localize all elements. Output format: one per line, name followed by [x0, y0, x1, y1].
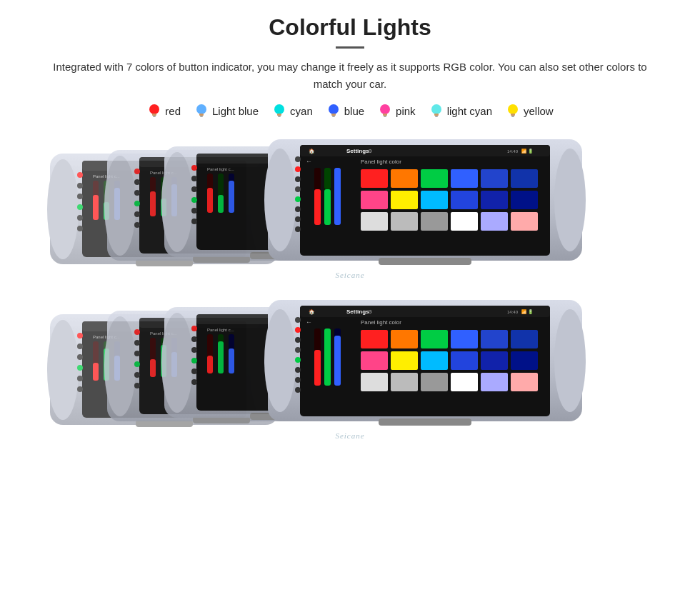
svg-rect-4 [199, 114, 204, 116]
color-item-pink: pink [377, 103, 416, 119]
svg-point-182 [264, 309, 296, 412]
svg-point-97 [295, 156, 301, 162]
svg-point-125 [47, 320, 79, 420]
svg-text:📶 🔋: 📶 🔋 [521, 149, 534, 154]
svg-text:Panel light c...: Panel light c... [207, 167, 234, 171]
svg-point-53 [134, 179, 140, 185]
svg-rect-115 [481, 191, 508, 209]
svg-point-158 [134, 361, 140, 367]
svg-rect-212 [511, 330, 538, 348]
cars-section: Seicane [21, 130, 679, 444]
svg-point-183 [554, 309, 586, 412]
svg-text:Settings: Settings [346, 308, 369, 315]
svg-rect-116 [511, 191, 538, 209]
svg-rect-47 [150, 191, 156, 216]
svg-rect-117 [361, 212, 388, 231]
svg-point-74 [191, 197, 197, 203]
svg-point-136 [77, 333, 83, 338]
svg-rect-196 [324, 328, 331, 386]
page-description: Integrated with 7 colors of button indic… [43, 59, 657, 93]
svg-point-201 [295, 337, 301, 343]
svg-rect-220 [391, 373, 418, 391]
svg-rect-114 [451, 191, 478, 209]
svg-rect-219 [361, 373, 388, 391]
svg-point-56 [134, 211, 140, 217]
svg-point-3 [196, 104, 206, 114]
svg-text:14:40: 14:40 [507, 149, 519, 154]
car-row-bottom: Seicane [21, 291, 679, 444]
svg-rect-123 [379, 258, 471, 265]
page-title: Colorful Lights [269, 14, 431, 41]
svg-point-0 [149, 104, 159, 114]
lightcyan-bulb-icon [429, 103, 444, 119]
svg-rect-131 [93, 363, 99, 381]
color-item-lightcyan: light cyan [429, 103, 492, 119]
svg-rect-150 [150, 359, 156, 377]
car-row-top: Seicane [21, 130, 679, 284]
svg-point-9 [329, 104, 339, 114]
svg-point-104 [295, 226, 301, 232]
color-label-yellow: yellow [524, 105, 554, 117]
svg-point-174 [191, 326, 197, 331]
svg-point-52 [134, 169, 140, 174]
svg-point-35 [77, 194, 83, 199]
svg-point-102 [295, 206, 301, 212]
svg-point-178 [191, 368, 197, 374]
svg-rect-221 [421, 373, 448, 391]
svg-rect-70 [229, 181, 234, 213]
svg-rect-222 [451, 373, 478, 391]
svg-point-54 [134, 190, 140, 196]
svg-point-204 [295, 367, 301, 373]
yellow-bulb-icon [505, 103, 521, 119]
svg-point-157 [134, 351, 140, 356]
svg-rect-211 [481, 330, 508, 348]
color-label-pink: pink [396, 105, 416, 117]
svg-rect-216 [451, 351, 478, 370]
svg-point-200 [295, 327, 301, 333]
svg-point-140 [77, 376, 83, 381]
svg-point-206 [295, 387, 301, 393]
svg-rect-173 [229, 348, 234, 373]
svg-point-103 [295, 216, 301, 222]
svg-point-60 [161, 152, 193, 252]
svg-rect-213 [361, 351, 388, 370]
svg-rect-223 [481, 373, 508, 391]
svg-point-199 [295, 317, 301, 323]
svg-rect-120 [451, 212, 478, 231]
lightblue-bulb-icon [194, 103, 209, 119]
svg-rect-113 [421, 191, 448, 209]
svg-rect-17 [435, 116, 438, 117]
svg-point-160 [134, 383, 140, 388]
svg-rect-106 [391, 169, 418, 188]
svg-point-138 [77, 354, 83, 360]
svg-rect-112 [391, 191, 418, 209]
svg-rect-11 [332, 116, 335, 117]
svg-point-57 [134, 222, 140, 228]
svg-point-176 [191, 347, 197, 353]
svg-text:←: ← [306, 318, 312, 326]
red-bulb-icon [146, 103, 162, 119]
svg-point-33 [77, 172, 83, 178]
svg-point-205 [295, 377, 301, 383]
svg-rect-8 [278, 116, 281, 117]
svg-rect-225 [379, 418, 471, 426]
svg-point-79 [264, 149, 296, 251]
color-label-blue: blue [344, 105, 364, 117]
page-container: Colorful Lights Integrated with 7 colors… [0, 0, 700, 612]
cyan-bulb-icon [271, 103, 287, 119]
svg-point-179 [191, 379, 197, 385]
svg-rect-20 [511, 116, 514, 117]
svg-point-98 [295, 166, 301, 172]
svg-rect-14 [384, 116, 386, 117]
svg-rect-7 [277, 114, 281, 116]
svg-point-18 [508, 104, 518, 114]
svg-point-141 [77, 386, 83, 392]
svg-rect-19 [511, 114, 515, 116]
title-divider [336, 46, 364, 49]
svg-rect-198 [334, 336, 341, 386]
svg-rect-119 [421, 212, 448, 231]
svg-rect-96 [334, 168, 341, 225]
svg-rect-208 [391, 330, 418, 348]
color-item-cyan: cyan [271, 103, 313, 119]
svg-point-38 [77, 226, 83, 231]
